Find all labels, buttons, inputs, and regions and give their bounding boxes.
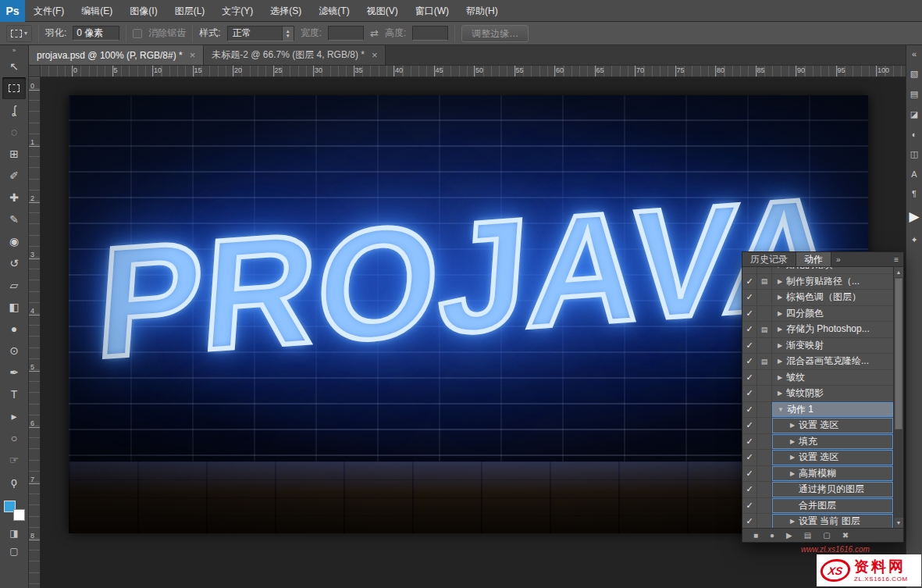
expand-arrow-icon[interactable]: ▶ xyxy=(775,267,785,269)
toggle-item-check-icon[interactable]: ✓ xyxy=(742,466,757,482)
folder-icon[interactable]: ▤ xyxy=(804,531,811,540)
lasso-tool[interactable]: ʆ xyxy=(2,99,26,121)
action-row[interactable]: ✓▶渐变映射 xyxy=(742,338,893,355)
delete-icon[interactable]: ✖ xyxy=(842,531,849,540)
dialog-toggle-icon[interactable] xyxy=(757,267,772,273)
menu-item[interactable]: 窗口(W) xyxy=(407,0,457,22)
action-row[interactable]: ✓▤▶存储为 Photoshop... xyxy=(742,322,893,338)
toggle-item-check-icon[interactable]: ✓ xyxy=(742,370,757,386)
brush-panel-icon[interactable]: ✦ xyxy=(910,235,917,245)
toggle-item-check-icon[interactable]: ✓ xyxy=(742,322,757,337)
menu-item[interactable]: 滤镜(T) xyxy=(310,0,358,22)
expand-dock-icon[interactable]: « xyxy=(912,49,917,59)
dialog-toggle-icon[interactable] xyxy=(757,434,772,450)
rectangular-marquee-tool[interactable] xyxy=(2,77,26,99)
color-panel-icon[interactable]: ▧ xyxy=(910,69,918,79)
panel-collapse-icon[interactable]: » xyxy=(831,252,845,266)
menu-item[interactable]: 编辑(E) xyxy=(73,0,121,22)
record-icon[interactable]: ● xyxy=(770,531,774,540)
menu-item[interactable]: 帮助(H) xyxy=(457,0,507,22)
dialog-toggle-icon[interactable] xyxy=(757,514,772,528)
menu-item[interactable]: 选择(S) xyxy=(262,0,310,22)
action-row[interactable]: ✓通过拷贝的图层 xyxy=(742,482,893,498)
menu-item[interactable]: 图层(L) xyxy=(166,0,214,22)
expand-arrow-icon[interactable]: ▶ xyxy=(775,310,785,317)
dialog-toggle-icon[interactable] xyxy=(757,402,772,418)
new-action-icon[interactable]: ▢ xyxy=(823,531,830,540)
toggle-item-check-icon[interactable]: ✓ xyxy=(742,274,757,290)
swatches-panel-icon[interactable]: ▤ xyxy=(910,89,918,99)
expand-arrow-icon[interactable]: ▶ xyxy=(775,358,785,365)
play-icon[interactable]: ▶ xyxy=(786,531,792,540)
ellipse-tool[interactable]: ○ xyxy=(2,427,26,449)
eraser-tool[interactable]: ▱ xyxy=(2,274,26,296)
background-color-swatch[interactable] xyxy=(13,509,25,521)
dialog-toggle-icon[interactable]: ▤ xyxy=(757,354,772,369)
stop-icon[interactable]: ■ xyxy=(753,531,758,540)
toggle-item-check-icon[interactable]: ✓ xyxy=(742,514,757,528)
panel-menu-icon[interactable]: ≡ xyxy=(889,252,903,266)
refine-edge-button[interactable]: 调整边缘… xyxy=(461,25,529,42)
zoom-tool[interactable]: ϙ xyxy=(2,471,26,493)
tab-close-icon[interactable]: × xyxy=(190,49,196,61)
dialog-toggle-icon[interactable] xyxy=(757,370,772,386)
dialog-toggle-icon[interactable]: ▤ xyxy=(757,322,772,337)
feather-input[interactable] xyxy=(73,26,119,41)
gradient-tool[interactable]: ◧ xyxy=(2,296,26,318)
dialog-toggle-icon[interactable] xyxy=(757,386,772,401)
toggle-item-check-icon[interactable]: ✓ xyxy=(742,418,757,433)
type-tool[interactable]: T xyxy=(2,383,26,405)
toggle-item-check-icon[interactable]: ✓ xyxy=(742,450,757,465)
eyedropper-tool[interactable]: ✐ xyxy=(2,165,26,187)
menu-item[interactable]: 图像(I) xyxy=(121,0,166,22)
document-tab[interactable]: 未标题-2 @ 66.7% (图层 4, RGB/8) *× xyxy=(204,45,386,65)
expand-arrow-icon[interactable]: ▶ xyxy=(775,326,785,333)
action-row[interactable]: ✓▶四分颜色 xyxy=(742,306,893,323)
toggle-item-check-icon[interactable]: ✓ xyxy=(742,267,757,273)
width-input[interactable] xyxy=(328,26,364,41)
blur-tool[interactable]: ● xyxy=(2,318,26,340)
action-row[interactable]: ✓▶皱纹 xyxy=(742,370,893,387)
action-row[interactable]: ✓▶高斯模糊 xyxy=(742,466,893,483)
quick-mask-icon[interactable]: ◨ xyxy=(9,528,18,539)
scrollbar-thumb[interactable] xyxy=(895,278,902,429)
toggle-item-check-icon[interactable]: ✓ xyxy=(742,306,757,322)
swap-dimensions-icon[interactable]: ⇄ xyxy=(370,27,379,39)
expand-arrow-icon[interactable]: ▶ xyxy=(775,374,785,381)
style-select[interactable]: 正常 ▲▼ xyxy=(227,26,294,41)
menu-item[interactable]: 视图(V) xyxy=(358,0,407,22)
toggle-item-check-icon[interactable]: ✓ xyxy=(742,434,757,450)
crop-tool[interactable]: ⊞ xyxy=(2,143,26,165)
action-row[interactable]: ✓▶设置 选区 xyxy=(742,418,893,434)
hand-tool[interactable]: ☞ xyxy=(2,449,26,471)
toggle-item-check-icon[interactable]: ✓ xyxy=(742,402,757,418)
panel-tab-history[interactable]: 历史记录 xyxy=(742,252,796,266)
tool-preset-picker[interactable]: ▾ xyxy=(6,25,32,42)
adjustments-panel-icon[interactable]: ◐ xyxy=(912,130,917,139)
expand-arrow-icon[interactable]: ▶ xyxy=(775,278,785,285)
screen-mode-icon[interactable]: ▢ xyxy=(9,546,18,557)
expand-arrow-icon[interactable]: ▶ xyxy=(775,390,785,397)
dialog-toggle-icon[interactable] xyxy=(757,466,772,482)
expand-arrow-icon[interactable]: ▶ xyxy=(788,518,797,525)
scroll-down-icon[interactable]: ▼ xyxy=(894,518,903,528)
dialog-toggle-icon[interactable]: ▤ xyxy=(757,274,772,290)
move-tool[interactable]: ↖ xyxy=(2,55,26,77)
action-row[interactable]: ✓▤▶混合器画笔克隆绘... xyxy=(742,354,893,370)
tab-close-icon[interactable]: × xyxy=(372,49,378,61)
paragraph-panel-icon[interactable]: ¶ xyxy=(912,189,917,198)
document-tab[interactable]: projava.psd @ 100% (P, RGB/8#) *× xyxy=(29,45,204,65)
dialog-toggle-icon[interactable] xyxy=(757,306,772,322)
brush-tool[interactable]: ✎ xyxy=(2,208,26,230)
action-row[interactable]: ✓▼动作 1 xyxy=(742,402,893,419)
dialog-toggle-icon[interactable] xyxy=(757,418,772,433)
action-row[interactable]: ✓▶填充 xyxy=(742,434,893,451)
dialog-toggle-icon[interactable] xyxy=(757,290,772,305)
action-row[interactable]: ✓▶设置 选区 xyxy=(742,450,893,466)
action-row[interactable]: ✓合并图层 xyxy=(742,498,893,515)
expand-arrow-icon[interactable]: ▶ xyxy=(788,422,797,429)
action-row[interactable]: ✓▶皱纹阴影 xyxy=(742,386,893,402)
dialog-toggle-icon[interactable] xyxy=(757,482,772,497)
actions-panel-icon[interactable]: ▶ xyxy=(909,208,919,225)
expand-arrow-icon[interactable]: ▶ xyxy=(788,470,797,477)
